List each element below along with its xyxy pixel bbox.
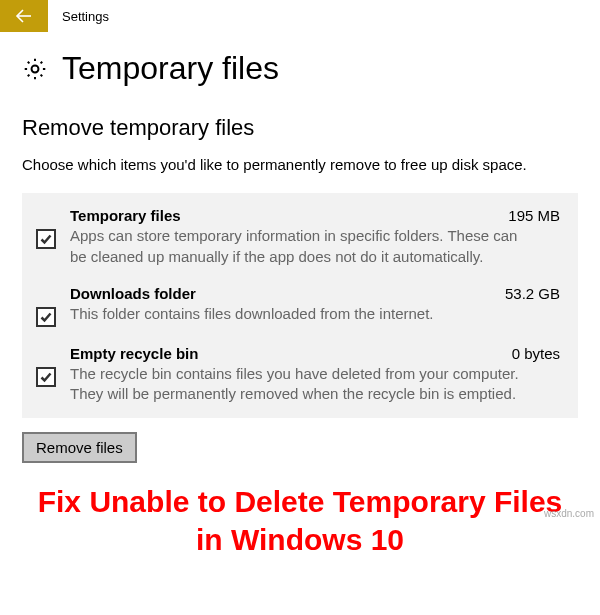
arrow-left-icon bbox=[14, 6, 34, 26]
remove-files-button[interactable]: Remove files bbox=[22, 432, 137, 463]
check-icon bbox=[40, 371, 52, 383]
item-description: The recycle bin contains files you have … bbox=[70, 364, 530, 405]
checkbox-empty-recycle-bin[interactable] bbox=[36, 367, 56, 387]
back-button[interactable] bbox=[0, 0, 48, 32]
gear-icon bbox=[22, 56, 48, 82]
list-item: Empty recycle bin 0 bytes The recycle bi… bbox=[36, 345, 560, 405]
item-body: Downloads folder 53.2 GB This folder con… bbox=[70, 285, 560, 324]
item-header: Downloads folder 53.2 GB bbox=[70, 285, 560, 302]
page-title: Temporary files bbox=[62, 50, 279, 87]
list-item: Downloads folder 53.2 GB This folder con… bbox=[36, 285, 560, 327]
item-body: Temporary files 195 MB Apps can store te… bbox=[70, 207, 560, 267]
titlebar: Settings bbox=[0, 0, 600, 32]
svg-point-1 bbox=[32, 65, 39, 72]
item-description: This folder contains files downloaded fr… bbox=[70, 304, 530, 324]
item-size: 0 bytes bbox=[512, 345, 560, 362]
watermark: wsxdn.com bbox=[544, 508, 594, 519]
item-header: Temporary files 195 MB bbox=[70, 207, 560, 224]
item-body: Empty recycle bin 0 bytes The recycle bi… bbox=[70, 345, 560, 405]
content-area: Temporary files Remove temporary files C… bbox=[0, 32, 600, 475]
app-title: Settings bbox=[62, 9, 109, 24]
items-panel: Temporary files 195 MB Apps can store te… bbox=[22, 193, 578, 418]
checkbox-downloads-folder[interactable] bbox=[36, 307, 56, 327]
page-header: Temporary files bbox=[22, 50, 578, 87]
item-title: Temporary files bbox=[70, 207, 181, 224]
checkbox-temporary-files[interactable] bbox=[36, 229, 56, 249]
check-icon bbox=[40, 233, 52, 245]
item-size: 195 MB bbox=[508, 207, 560, 224]
intro-text: Choose which items you'd like to permane… bbox=[22, 155, 562, 175]
item-header: Empty recycle bin 0 bytes bbox=[70, 345, 560, 362]
item-title: Empty recycle bin bbox=[70, 345, 198, 362]
section-heading: Remove temporary files bbox=[22, 115, 578, 141]
article-headline: Fix Unable to Delete Temporary Files in … bbox=[0, 475, 600, 568]
item-size: 53.2 GB bbox=[505, 285, 560, 302]
list-item: Temporary files 195 MB Apps can store te… bbox=[36, 207, 560, 267]
item-description: Apps can store temporary information in … bbox=[70, 226, 530, 267]
item-title: Downloads folder bbox=[70, 285, 196, 302]
check-icon bbox=[40, 311, 52, 323]
